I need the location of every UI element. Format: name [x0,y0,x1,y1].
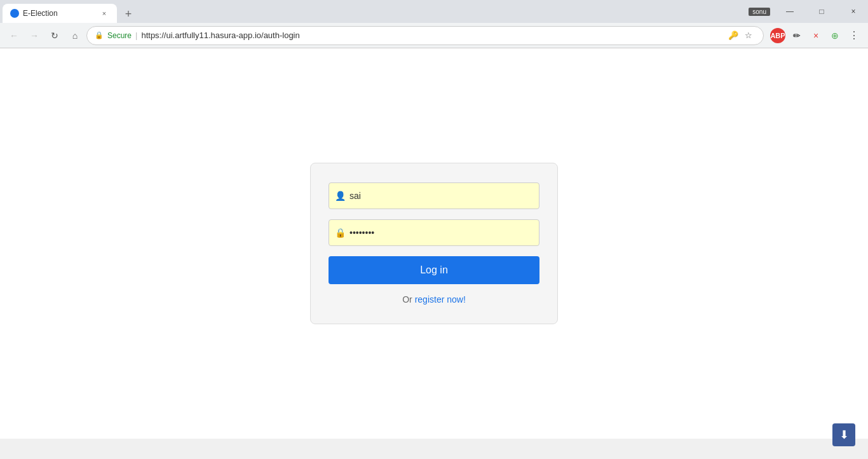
close-button[interactable]: × [839,2,868,21]
register-section: Or register now! [329,294,539,305]
secure-icon: 🔒 [95,31,104,39]
url-text: https://ui.artfully11.hasura-app.io/auth… [141,31,299,40]
tab-title: E-Election [23,9,95,18]
login-card: 👤 🔒 Log in Or register now! [310,163,558,324]
separator: | [135,31,137,40]
tab-close-button[interactable]: × [99,8,109,18]
chrome-button[interactable]: ⊕ [826,27,844,45]
back-button[interactable]: ← [5,27,23,45]
forward-icon: → [30,31,39,41]
close-ext-icon: × [813,31,818,41]
menu-icon: ⋮ [849,29,859,41]
maximize-button[interactable]: □ [807,2,836,21]
key-icon: 🔑 [728,31,738,40]
secure-text: Secure [107,31,132,40]
minimize-button[interactable]: — [775,2,804,21]
key-button[interactable]: 🔑 [726,29,740,43]
tab-favicon [10,9,19,18]
abp-button[interactable]: ABP [769,27,787,45]
login-button-label: Log in [420,264,448,275]
reload-button[interactable]: ↻ [46,27,64,45]
login-button[interactable]: Log in [329,256,539,284]
username-wrapper: 👤 [329,182,539,209]
new-tab-button[interactable]: + [119,5,137,23]
close-extension-button[interactable]: × [807,27,825,45]
chrome-icon: ⊕ [831,31,839,41]
pencil-icon: ✏ [793,31,801,41]
address-bar[interactable]: 🔒 Secure | https://ui.artfully11.hasura-… [86,26,764,45]
pencil-button[interactable]: ✏ [788,27,806,45]
register-link[interactable]: register now! [415,294,466,305]
window-controls: sonu — □ × [749,0,868,23]
download-button[interactable]: ⬇ [832,423,855,446]
reload-icon: ↻ [51,31,58,41]
lock-icon: 🔒 [335,228,346,238]
abp-icon: ABP [770,28,785,43]
toolbar-icons: ABP ✏ × ⊕ ⋮ [769,27,863,45]
back-icon: ← [10,31,18,41]
register-prefix: Or [402,294,414,305]
home-icon: ⌂ [72,31,78,41]
menu-button[interactable]: ⋮ [845,27,863,45]
password-wrapper: 🔒 [329,219,539,246]
download-icon: ⬇ [839,428,849,442]
home-button[interactable]: ⌂ [66,27,84,45]
address-right-icons: 🔑 ☆ [726,29,756,43]
active-tab[interactable]: E-Election × [3,4,117,23]
username-input[interactable] [329,182,539,209]
browser-chrome: E-Election × + sonu — □ × ← → ↻ ⌂ 🔒 Secu… [0,0,868,48]
star-icon: ☆ [745,31,752,40]
bookmark-button[interactable]: ☆ [742,29,756,43]
page-content: 👤 🔒 Log in Or register now! [0,48,868,439]
password-input[interactable] [329,219,539,246]
user-icon: 👤 [335,191,346,201]
forward-button[interactable]: → [25,27,43,45]
somu-badge: sonu [749,8,770,16]
nav-bar: ← → ↻ ⌂ 🔒 Secure | https://ui.artfully11… [0,23,868,48]
tab-bar: E-Election × + sonu — □ × [0,0,868,23]
